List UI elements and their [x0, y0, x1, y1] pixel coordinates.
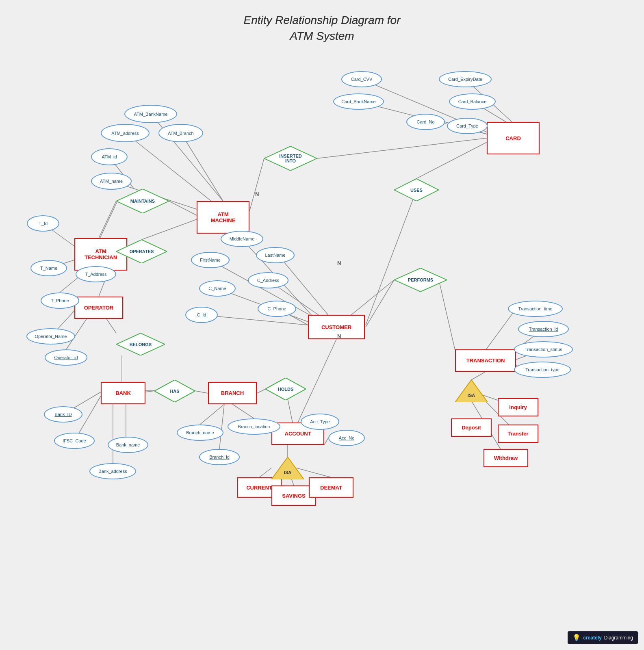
attr-acc_no: Acc_No — [328, 430, 365, 446]
svg-marker-78 — [455, 380, 488, 402]
svg-line-36 — [259, 468, 271, 477]
svg-line-40 — [317, 138, 487, 158]
svg-line-26 — [195, 391, 208, 393]
attr-t_name: T_Name — [30, 260, 67, 276]
attr-card_no: Card_No — [406, 114, 445, 130]
rel-uses: USES — [394, 179, 439, 201]
rel-belongs: BELONGS — [116, 333, 165, 355]
svg-line-25 — [145, 391, 154, 392]
watermark: 💡 creately Diagramming — [568, 631, 638, 644]
attr-middlename: MiddleName — [221, 231, 263, 247]
rel-has: HAS — [154, 380, 195, 402]
attr-t_address: T_Address — [76, 266, 116, 282]
bulb-icon: 💡 — [572, 634, 581, 641]
brand-name: creately — [583, 635, 601, 641]
svg-line-2 — [181, 133, 223, 201]
entity-inquiry: Inquiry — [498, 398, 538, 416]
entity-withdraw: Withdraw — [484, 449, 528, 467]
svg-line-29 — [219, 404, 224, 449]
attr-operator_id: Operator_id — [45, 349, 87, 366]
rel-inserted_into: INSERTED INTO — [264, 146, 317, 171]
attr-c_phone: C_Phone — [258, 301, 296, 317]
entity-card: CARD — [487, 122, 540, 154]
rel-maintains: MAINTAINS — [116, 189, 169, 213]
svg-line-30 — [257, 389, 265, 393]
attr-branch_location: Branch_location — [228, 418, 280, 435]
attr-atm_bankname: ATM_BankName — [124, 105, 177, 123]
svg-marker-77 — [271, 457, 304, 479]
svg-line-7 — [100, 202, 117, 239]
attr-card_cvv: Card_CVV — [341, 71, 382, 87]
attr-atm_id: ATM_id — [91, 148, 128, 165]
svg-line-5 — [169, 201, 197, 215]
attr-trans_type: Transaction_type — [514, 362, 571, 378]
svg-line-27 — [200, 404, 224, 425]
entity-atm_machine: ATM MACHINE — [197, 201, 249, 234]
attr-atm_branch: ATM_Branch — [158, 124, 203, 142]
rel-operates: OPERATES — [116, 240, 167, 263]
entity-transaction: TRANSACTION — [455, 349, 516, 372]
isa-isa_account: ISA — [271, 457, 304, 479]
brand-suffix: Diagramming — [604, 635, 633, 641]
isa-isa_transaction: ISA — [455, 380, 488, 402]
svg-line-39 — [249, 158, 264, 211]
entity-deemat: DEEMAT — [309, 477, 353, 498]
svg-line-56 — [366, 280, 394, 327]
entity-deposit: Deposit — [451, 418, 492, 437]
attr-card_type: Card_Type — [447, 118, 488, 134]
svg-line-13 — [141, 219, 197, 240]
attr-trans_status: Transaction_status — [514, 341, 573, 358]
attr-trans_time: Transaction_time — [508, 301, 563, 317]
attr-card_expiry: Card_ExpiryDate — [439, 71, 492, 87]
n-label: N — [337, 260, 341, 266]
n-label: N — [255, 191, 259, 197]
svg-line-34 — [324, 438, 328, 445]
n-label: N — [337, 333, 341, 339]
svg-line-60 — [486, 309, 516, 350]
rel-performs: PERFORMS — [394, 268, 447, 292]
attr-atm_name: ATM_name — [91, 173, 132, 190]
attr-trans_id: Transaction_id — [518, 321, 569, 337]
rel-holds: HOLDS — [265, 378, 306, 400]
entity-transfer: Transfer — [498, 425, 538, 443]
attr-branch_id: Branch_id — [199, 449, 240, 465]
attr-branch_name: Branch_name — [177, 425, 223, 441]
svg-line-54 — [202, 315, 308, 325]
attr-ifsc_code: IFSC_Code — [54, 433, 95, 449]
entity-customer: CUSTOMER — [308, 315, 365, 339]
attr-acc_type: Acc_Type — [301, 414, 339, 430]
entity-bank: BANK — [101, 382, 145, 404]
attr-c_id: C_id — [185, 307, 218, 323]
svg-line-28 — [232, 404, 254, 418]
attr-lastname: LastName — [256, 247, 295, 263]
svg-line-64 — [471, 372, 486, 380]
svg-line-42 — [366, 190, 416, 325]
svg-line-6 — [99, 201, 116, 238]
attr-t_id: T_Id — [27, 215, 59, 232]
attr-bank_name: Bank_name — [108, 437, 148, 453]
entity-branch: BRANCH — [208, 382, 257, 404]
attr-card_balance: Card_Balance — [449, 93, 496, 110]
attr-operator_name: Operator_Name — [26, 328, 75, 344]
attr-bank_address: Bank_address — [89, 463, 136, 479]
attr-c_address: C_Address — [248, 272, 288, 288]
diagram-container: Entity Relationship Diagram for ATM Syst… — [0, 0, 644, 650]
attr-c_name: C_Name — [199, 280, 236, 297]
attr-firstname: FirstName — [191, 252, 230, 268]
attr-atm_address: ATM_address — [101, 124, 150, 142]
attr-t_phone: T_Phone — [41, 292, 79, 309]
attr-bank_id: Bank_ID — [44, 406, 82, 422]
entity-operator: OPERATOR — [74, 297, 123, 319]
diagram-title: Entity Relationship Diagram for ATM Syst… — [0, 12, 644, 44]
attr-card_bankname: Card_BankName — [333, 93, 384, 110]
